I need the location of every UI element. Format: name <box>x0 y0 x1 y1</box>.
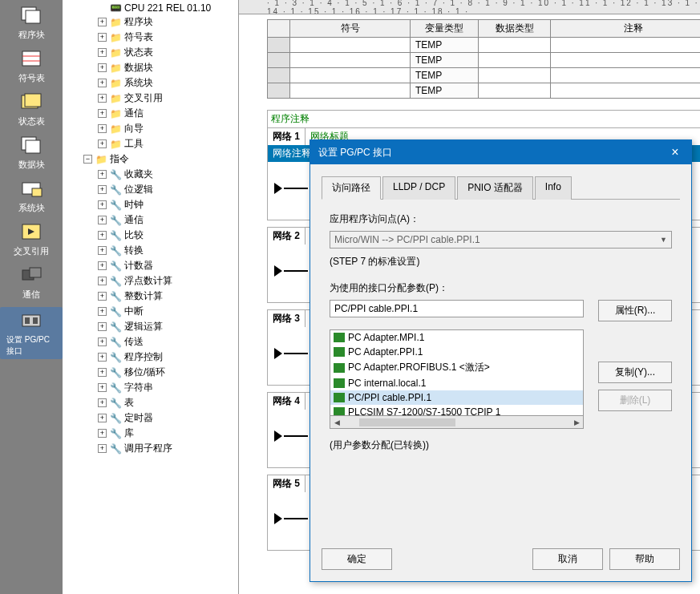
expand-toggle[interactable]: + <box>98 63 107 72</box>
expand-toggle[interactable]: + <box>98 48 107 57</box>
cell-vartype[interactable]: TEMP <box>411 68 479 83</box>
scroll-thumb[interactable] <box>359 418 455 426</box>
assign-input[interactable]: PC/PPI cable.PPI.1 <box>330 300 584 317</box>
table-row[interactable]: TEMP <box>268 68 701 83</box>
tree-instructions[interactable]: −📁指令 <box>64 152 237 167</box>
tab-lldp[interactable]: LLDP / DCP <box>382 176 455 200</box>
expand-toggle[interactable]: + <box>98 33 107 42</box>
cell-comment[interactable] <box>551 68 701 83</box>
cell-vartype[interactable]: TEMP <box>411 38 479 53</box>
tree-item[interactable]: +📁系统块 <box>64 75 237 91</box>
expand-toggle[interactable]: + <box>98 246 107 255</box>
cell-datatype[interactable] <box>479 83 551 99</box>
tab-access-path[interactable]: 访问路径 <box>322 176 381 200</box>
list-item[interactable]: PLCSIM S7-1200/S7-1500 TCPIP 1 <box>330 405 583 416</box>
cell-datatype[interactable] <box>479 53 551 68</box>
list-item[interactable]: PC Adapter.PROFIBUS.1 <激活> <box>330 359 583 376</box>
tree-instr-item[interactable]: +🔧逻辑运算 <box>64 319 237 334</box>
tool-communication[interactable]: 通信 <box>18 264 44 301</box>
tree-instr-item[interactable]: +🔧移位/循环 <box>64 365 237 380</box>
table-row[interactable]: TEMP <box>268 53 701 68</box>
cell-datatype[interactable] <box>479 68 551 83</box>
tree-item[interactable]: +📁向导 <box>64 121 237 136</box>
tree-item[interactable]: +📁数据块 <box>64 60 237 75</box>
tree-instr-item[interactable]: +🔧库 <box>64 426 237 441</box>
expand-toggle[interactable]: + <box>98 170 107 179</box>
tree-instr-item[interactable]: +🔧比较 <box>64 228 237 243</box>
table-row[interactable]: TEMP <box>268 83 701 99</box>
tree-item[interactable]: +📁通信 <box>64 106 237 121</box>
tree-instr-item[interactable]: +🔧表 <box>64 395 237 410</box>
tab-pnio[interactable]: PNIO 适配器 <box>457 176 533 200</box>
expand-toggle[interactable]: + <box>98 18 107 26</box>
cell-symbol[interactable] <box>290 83 411 99</box>
expand-toggle[interactable]: + <box>98 353 107 362</box>
app-point-combo[interactable]: Micro/WIN --> PC/PPI cable.PPI.1 ▼ <box>330 231 672 249</box>
tree-instr-item[interactable]: +🔧中断 <box>64 304 237 319</box>
delete-button[interactable]: 删除(L) <box>598 390 672 411</box>
h-scrollbar[interactable]: ◀ ▶ <box>330 416 584 429</box>
cell-comment[interactable] <box>551 83 701 99</box>
cell-symbol[interactable] <box>290 53 411 68</box>
expand-toggle[interactable]: + <box>98 444 107 453</box>
tree-instr-item[interactable]: +🔧浮点数计算 <box>64 273 237 289</box>
scroll-left-icon[interactable]: ◀ <box>330 418 343 426</box>
tree-item[interactable]: +📁符号表 <box>64 30 237 45</box>
tool-program-block[interactable]: 程序块 <box>18 4 45 41</box>
tree-instr-item[interactable]: +🔧位逻辑 <box>64 182 237 197</box>
cell-vartype[interactable]: TEMP <box>411 83 479 99</box>
dialog-titlebar[interactable]: 设置 PG/PC 接口 × <box>310 140 691 164</box>
expand-toggle[interactable]: + <box>98 124 107 133</box>
tree-item[interactable]: +📁程序块 <box>64 14 237 30</box>
cell-datatype[interactable] <box>479 38 551 53</box>
tool-data-block[interactable]: 数据块 <box>18 134 45 171</box>
help-button[interactable]: 帮助 <box>609 548 680 570</box>
expand-toggle[interactable]: + <box>98 94 107 103</box>
tree-instr-item[interactable]: +🔧定时器 <box>64 410 237 426</box>
table-row[interactable]: TEMP <box>268 38 701 53</box>
tree-instr-item[interactable]: +🔧调用子程序 <box>64 441 237 456</box>
expand-toggle[interactable]: + <box>98 200 107 209</box>
tree-item[interactable]: +📁状态表 <box>64 45 237 60</box>
list-item[interactable]: PC/PPI cable.PPI.1 <box>330 390 583 405</box>
expand-toggle[interactable]: + <box>98 79 107 87</box>
cell-symbol[interactable] <box>290 68 411 83</box>
expand-toggle[interactable]: + <box>98 307 107 316</box>
tree-instr-item[interactable]: +🔧程序控制 <box>64 350 237 365</box>
expand-toggle[interactable]: + <box>98 261 107 270</box>
properties-button[interactable]: 属性(R)... <box>598 300 672 321</box>
expand-toggle[interactable]: + <box>98 414 107 422</box>
tool-system-block[interactable]: 系统块 <box>18 177 45 214</box>
collapse-toggle[interactable]: − <box>83 155 92 164</box>
expand-toggle[interactable]: + <box>98 277 107 285</box>
tool-status-table[interactable]: 状态表 <box>18 91 45 127</box>
program-comment[interactable]: 程序注释 <box>267 110 700 127</box>
tree-instr-item[interactable]: +🔧时钟 <box>64 197 237 212</box>
cancel-button[interactable]: 取消 <box>532 548 603 570</box>
tree-item[interactable]: +📁交叉引用 <box>64 91 237 106</box>
expand-toggle[interactable]: + <box>98 231 107 240</box>
tool-cross-ref[interactable]: 交叉引用 <box>14 220 49 257</box>
copy-button[interactable]: 复制(Y)... <box>598 362 672 383</box>
tree-instr-item[interactable]: +🔧通信 <box>64 212 237 228</box>
expand-toggle[interactable]: + <box>98 292 107 301</box>
tree-item[interactable]: +📁工具 <box>64 136 237 152</box>
list-item[interactable]: PC Adapter.MPI.1 <box>330 330 583 345</box>
cell-comment[interactable] <box>551 38 701 53</box>
interface-listbox[interactable]: PC Adapter.MPI.1PC Adapter.PPI.1PC Adapt… <box>330 329 584 416</box>
close-icon[interactable]: × <box>667 145 683 160</box>
tab-info[interactable]: Info <box>535 176 572 200</box>
expand-toggle[interactable]: + <box>98 368 107 377</box>
list-item[interactable]: PC internal.local.1 <box>330 376 583 390</box>
cell-vartype[interactable]: TEMP <box>411 53 479 68</box>
expand-toggle[interactable]: + <box>98 429 107 438</box>
tree-instr-item[interactable]: +🔧字符串 <box>64 380 237 395</box>
expand-toggle[interactable]: + <box>98 322 107 331</box>
cell-symbol[interactable] <box>290 38 411 53</box>
tree-instr-item[interactable]: +🔧计数器 <box>64 258 237 273</box>
expand-toggle[interactable]: + <box>98 109 107 118</box>
expand-toggle[interactable]: + <box>98 337 107 346</box>
expand-toggle[interactable]: + <box>98 185 107 194</box>
expand-toggle[interactable]: + <box>98 398 107 407</box>
scroll-right-icon[interactable]: ▶ <box>570 418 583 426</box>
